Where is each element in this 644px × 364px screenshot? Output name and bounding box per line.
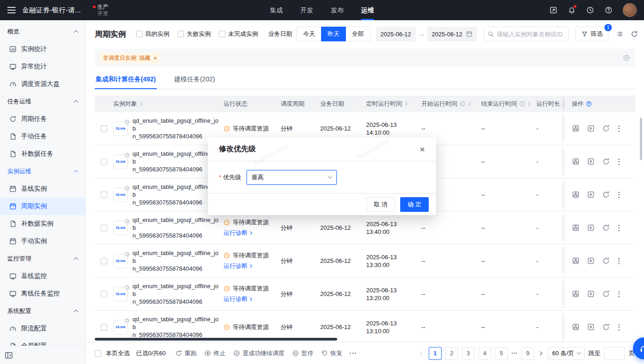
help-icon[interactable]: [604, 6, 613, 14]
instance-dag-icon[interactable]: [572, 125, 580, 132]
batch-action-button[interactable]: 终止: [204, 349, 225, 358]
clear-filters-icon[interactable]: [623, 54, 630, 62]
sidebar-item[interactable]: 限流配置: [0, 320, 85, 337]
sidebar-item[interactable]: 补数据任务: [0, 145, 85, 163]
sidebar-item[interactable]: 周期实例: [0, 198, 85, 215]
rerun-icon[interactable]: [602, 257, 610, 265]
notification-bell-icon[interactable]: [568, 6, 576, 14]
close-icon[interactable]: ×: [154, 55, 157, 61]
info-icon[interactable]: [459, 101, 466, 107]
row-checkbox[interactable]: [101, 159, 107, 165]
instance-name-link[interactable]: qd_enum_table_pgsql_offline_job n_599563…: [132, 117, 221, 140]
batch-action-button[interactable]: 暂停: [292, 349, 313, 358]
cancel-button[interactable]: 取 消: [367, 197, 395, 212]
more-pages-button[interactable]: •••: [512, 351, 518, 356]
sidebar-item[interactable]: 实例统计: [0, 40, 85, 58]
sort-icon[interactable]: [405, 102, 408, 106]
segment-today[interactable]: 今天: [297, 27, 322, 41]
sidebar-item[interactable]: 基线实例: [0, 180, 85, 198]
page-button-last[interactable]: 9: [521, 347, 534, 360]
instance-name-link[interactable]: qd_enum_table_pgsql_offline_job n_599563…: [132, 249, 221, 273]
filter-tag[interactable]: 非调度日实例: 隐藏×: [99, 52, 161, 63]
more-actions-icon[interactable]: [617, 191, 621, 199]
sidebar-item[interactable]: 调度资源大盘: [0, 75, 85, 93]
page-button[interactable]: 1: [429, 347, 442, 360]
nav-operations[interactable]: 运维: [361, 0, 374, 20]
run-log-icon[interactable]: [587, 257, 595, 265]
tab-modeling-tasks[interactable]: 建模任务(202): [173, 72, 216, 89]
page-button[interactable]: 4: [478, 347, 491, 360]
batch-action-button[interactable]: 重跑: [175, 349, 196, 358]
date-from-input[interactable]: 2025-06-12: [376, 27, 416, 41]
prev-page-icon[interactable]: [419, 350, 425, 357]
run-log-icon[interactable]: [587, 158, 595, 165]
batch-action-button[interactable]: 置成功继续调度: [233, 349, 284, 358]
sidebar-section-instance-ops[interactable]: 实例运维: [0, 163, 85, 180]
sidebar-item[interactable]: 手动任务: [0, 128, 85, 145]
rerun-icon[interactable]: [602, 323, 610, 331]
run-log-icon[interactable]: [587, 125, 595, 132]
confirm-button[interactable]: 确 定: [400, 197, 429, 212]
more-batch-actions-icon[interactable]: [349, 352, 357, 355]
checkbox[interactable]: [219, 31, 225, 37]
menu-icon[interactable]: [7, 7, 16, 13]
search-input[interactable]: [497, 31, 565, 38]
more-actions-icon[interactable]: [617, 125, 621, 133]
nav-integration[interactable]: 集成: [270, 0, 283, 20]
instance-dag-icon[interactable]: [572, 290, 580, 298]
page-button[interactable]: 5: [495, 347, 508, 360]
refresh-icon[interactable]: [631, 30, 638, 38]
segment-yesterday[interactable]: 昨天: [321, 27, 346, 41]
page-button[interactable]: 3: [462, 347, 475, 360]
checkbox[interactable]: [136, 31, 143, 37]
filter-unfinished-instances[interactable]: 未完成实例: [219, 30, 258, 38]
rerun-icon[interactable]: [602, 158, 610, 165]
tab-integration-compute-tasks[interactable]: 集成和计算任务(492): [95, 72, 157, 89]
collapse-sidebar-icon[interactable]: [5, 351, 13, 359]
instance-dag-icon[interactable]: [572, 191, 580, 199]
nav-release[interactable]: 发布: [331, 0, 344, 20]
row-checkbox[interactable]: [101, 291, 107, 297]
sidebar-item[interactable]: 基线监控: [0, 267, 85, 285]
env-switch[interactable]: 生产 开发: [93, 4, 109, 17]
page-button[interactable]: 2: [445, 347, 458, 360]
select-all-checkbox[interactable]: [95, 350, 101, 357]
jump-page-input[interactable]: [604, 347, 625, 360]
rerun-icon[interactable]: [602, 191, 610, 199]
list-view-icon[interactable]: [616, 30, 623, 38]
sort-icon[interactable]: [468, 102, 471, 106]
project-title[interactable]: 金融证券-银行-请...: [22, 6, 81, 15]
row-checkbox[interactable]: [101, 125, 107, 132]
run-log-icon[interactable]: [587, 191, 595, 199]
rerun-icon[interactable]: [602, 290, 610, 298]
info-icon[interactable]: [519, 101, 525, 107]
batch-action-button[interactable]: 恢复: [321, 349, 342, 358]
instance-name-link[interactable]: qd_enum_table_pgsql_offline_job n_599563…: [132, 315, 221, 339]
more-actions-icon[interactable]: [617, 323, 621, 331]
more-actions-icon[interactable]: [617, 158, 621, 166]
sort-icon[interactable]: [528, 102, 531, 106]
horizontal-scrollbar[interactable]: [95, 338, 337, 341]
sidebar-section-overview[interactable]: 概览: [0, 23, 85, 40]
sidebar-item[interactable]: 手动实例: [0, 233, 85, 250]
row-checkbox[interactable]: [101, 192, 107, 198]
priority-select[interactable]: 最高: [247, 170, 337, 185]
more-actions-icon[interactable]: [617, 290, 621, 298]
run-log-icon[interactable]: [587, 323, 595, 331]
nav-development[interactable]: 开发: [300, 0, 313, 20]
page-size-select[interactable]: 60 条/页: [548, 347, 585, 360]
filter-my-instances[interactable]: 我的实例: [136, 30, 169, 38]
avatar[interactable]: [623, 3, 637, 17]
sidebar-item[interactable]: 补数据实例: [0, 215, 85, 233]
instance-dag-icon[interactable]: [572, 257, 580, 265]
sidebar-item[interactable]: 周期任务: [0, 110, 85, 128]
sidebar-section-system-config[interactable]: 系统配置: [0, 302, 85, 320]
more-actions-icon[interactable]: [617, 257, 621, 265]
run-diagnose-link[interactable]: 运行诊断: [224, 229, 278, 237]
instance-name-link[interactable]: qd_enum_table_pgsql_offline_job n_599563…: [132, 216, 221, 239]
row-checkbox[interactable]: [101, 324, 107, 330]
sidebar-item[interactable]: 异常统计: [0, 58, 85, 75]
close-icon[interactable]: ×: [420, 145, 425, 154]
sidebar-section-monitoring[interactable]: 监控管理: [0, 250, 85, 267]
run-log-icon[interactable]: [587, 290, 595, 298]
